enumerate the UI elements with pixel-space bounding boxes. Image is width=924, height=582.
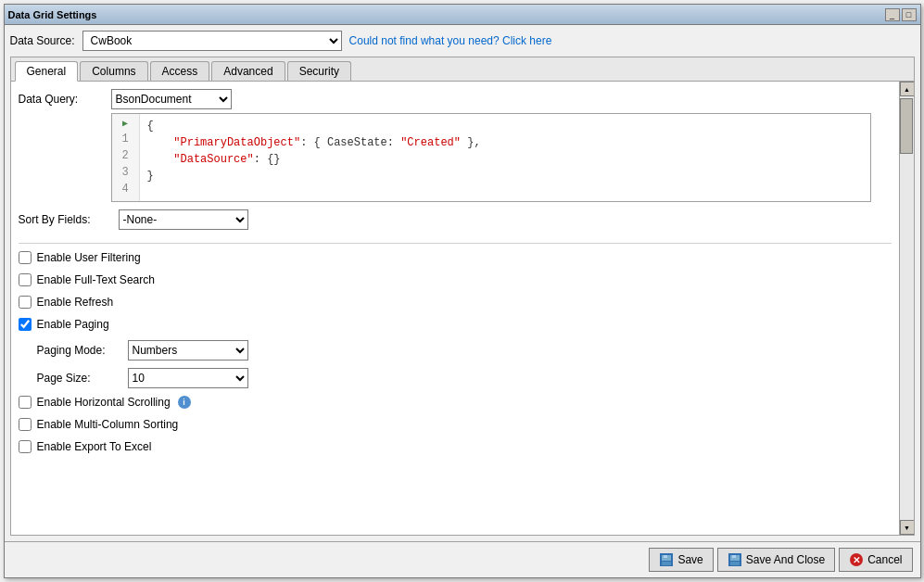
- cancel-icon-bg: ✕: [850, 553, 863, 566]
- enable-horizontal-scrolling-label[interactable]: Enable Horizontal Scrolling: [37, 396, 171, 409]
- save-label: Save: [677, 553, 702, 566]
- query-controls: BsonDocument SQL LINQ ▶ 1 2: [111, 89, 892, 202]
- data-query-label: Data Query:: [19, 89, 111, 106]
- tab-general[interactable]: General: [15, 61, 79, 82]
- sortby-label: Sort By Fields:: [19, 213, 111, 226]
- title-bar: Data Grid Settings _ □: [5, 5, 920, 25]
- tab-security[interactable]: Security: [287, 61, 351, 81]
- window-controls: _ □: [885, 8, 917, 21]
- enable-paging-checkbox[interactable]: [19, 318, 32, 331]
- cancel-icon: ✕: [849, 552, 864, 567]
- main-window: Data Grid Settings _ □ Data Source: CwBo…: [4, 4, 921, 578]
- right-scrollbar[interactable]: ▲ ▼: [899, 82, 914, 535]
- paging-mode-row: Paging Mode: Numbers Scrolling: [37, 340, 892, 361]
- scroll-thumb[interactable]: [900, 98, 913, 154]
- save-close-icon: [728, 552, 742, 567]
- tab-content-general: Data Query: BsonDocument SQL LINQ: [11, 82, 899, 535]
- save-close-label: Save And Close: [746, 553, 825, 566]
- cancel-label: Cancel: [867, 553, 902, 566]
- content-area: Data Source: CwBook Could not find what …: [5, 25, 920, 541]
- enable-fulltext-label[interactable]: Enable Full-Text Search: [37, 273, 155, 286]
- enable-multicolumn-sorting-checkbox[interactable]: [19, 418, 32, 431]
- cancel-button[interactable]: ✕ Cancel: [839, 548, 912, 572]
- help-link[interactable]: Could not find what you need? Click here: [349, 34, 552, 47]
- code-line-1: {: [147, 118, 863, 134]
- save-svg: [660, 553, 673, 566]
- datasource-select[interactable]: CwBook: [82, 31, 342, 51]
- separator-1: [19, 243, 892, 244]
- enable-export-excel-checkbox[interactable]: [19, 440, 32, 453]
- paging-mode-label: Paging Mode:: [37, 344, 120, 357]
- code-line-4: }: [147, 168, 863, 184]
- query-type-select[interactable]: BsonDocument SQL LINQ: [111, 89, 232, 109]
- enable-refresh-row: Enable Refresh: [19, 296, 892, 309]
- svg-rect-7: [730, 562, 740, 565]
- page-size-label: Page Size:: [37, 372, 120, 385]
- enable-fulltext-checkbox[interactable]: [19, 273, 32, 286]
- enable-user-filtering-checkbox[interactable]: [19, 251, 32, 264]
- code-body: { "PrimaryDataObject": { CaseState: "Cre…: [140, 114, 870, 201]
- enable-refresh-checkbox[interactable]: [19, 296, 32, 309]
- enable-export-excel-label[interactable]: Enable Export To Excel: [37, 440, 152, 453]
- enable-horizontal-scrolling-row: Enable Horizontal Scrolling i: [19, 396, 892, 409]
- tabs-header: General Columns Access Advanced Security: [11, 57, 914, 82]
- enable-paging-label[interactable]: Enable Paging: [37, 318, 109, 331]
- line-4: 4: [121, 181, 128, 197]
- sortby-row: Sort By Fields: -None-: [19, 209, 892, 230]
- enable-user-filtering-row: Enable User Filtering: [19, 251, 892, 264]
- data-query-row: Data Query: BsonDocument SQL LINQ: [19, 89, 892, 202]
- line-1: 1: [121, 131, 128, 147]
- paging-mode-select[interactable]: Numbers Scrolling: [128, 340, 248, 361]
- svg-rect-6: [732, 555, 736, 558]
- save-close-svg: [728, 553, 741, 566]
- enable-refresh-label[interactable]: Enable Refresh: [37, 296, 114, 309]
- svg-rect-3: [662, 562, 671, 565]
- code-gutter: ▶ 1 2 3 4: [112, 114, 140, 201]
- save-button[interactable]: Save: [649, 548, 713, 572]
- code-line-2: "PrimaryDataObject": { CaseState: "Creat…: [147, 134, 863, 151]
- line-3: 3: [121, 164, 128, 181]
- page-size-row: Page Size: 10 20 50 100: [37, 368, 892, 388]
- paging-options: Paging Mode: Numbers Scrolling Page Size…: [37, 340, 892, 388]
- horizontal-scrolling-info-icon[interactable]: i: [178, 396, 191, 409]
- scroll-up-button[interactable]: ▲: [900, 82, 914, 96]
- window-title: Data Grid Settings: [8, 9, 97, 20]
- datasource-label: Data Source:: [10, 34, 75, 47]
- save-icon: [659, 552, 674, 567]
- maximize-button[interactable]: □: [902, 8, 917, 21]
- line-2: 2: [121, 147, 128, 164]
- enable-multicolumn-sorting-label[interactable]: Enable Multi-Column Sorting: [37, 418, 179, 431]
- minimize-button[interactable]: _: [885, 8, 900, 21]
- save-close-button[interactable]: Save And Close: [717, 548, 835, 572]
- tab-columns[interactable]: Columns: [80, 61, 147, 81]
- tab-advanced[interactable]: Advanced: [211, 61, 285, 81]
- datasource-row: Data Source: CwBook Could not find what …: [10, 31, 915, 51]
- scroll-down-button[interactable]: ▼: [900, 520, 914, 535]
- enable-user-filtering-label[interactable]: Enable User Filtering: [37, 251, 141, 264]
- code-line-3: "DataSource": {}: [147, 151, 863, 168]
- enable-horizontal-scrolling-checkbox[interactable]: [19, 396, 32, 409]
- svg-rect-2: [664, 555, 667, 558]
- enable-export-excel-row: Enable Export To Excel: [19, 440, 892, 453]
- page-size-select[interactable]: 10 20 50 100: [128, 368, 248, 388]
- tabs-container: General Columns Access Advanced Security…: [10, 57, 915, 536]
- tab-access[interactable]: Access: [150, 61, 210, 81]
- footer-bar: Save Save And Close ✕ Cancel: [5, 541, 920, 577]
- enable-paging-row: Enable Paging: [19, 318, 892, 331]
- enable-fulltext-row: Enable Full-Text Search: [19, 273, 892, 286]
- enable-multicolumn-sorting-row: Enable Multi-Column Sorting: [19, 418, 892, 431]
- run-icon: ▶: [122, 118, 128, 129]
- sortby-select[interactable]: -None-: [119, 209, 248, 230]
- code-editor[interactable]: ▶ 1 2 3 4 { "PrimaryDataObject": { CaseS…: [111, 113, 871, 202]
